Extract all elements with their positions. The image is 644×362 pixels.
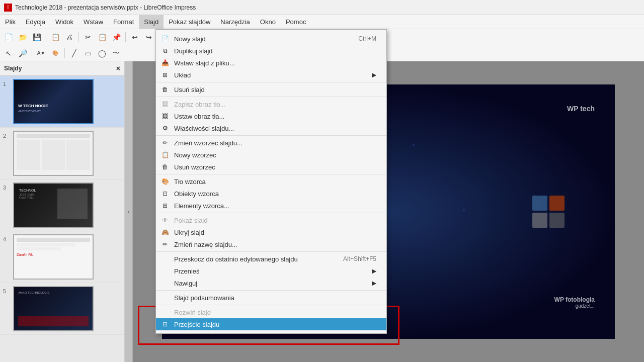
wstaw-label: Wstaw slajd z pliku... <box>174 59 235 67</box>
save-button[interactable]: 💾 <box>30 31 43 44</box>
uklad-arrow: ▶ <box>372 71 376 78</box>
app-icon: I <box>4 4 12 12</box>
menu-plik[interactable]: Plik <box>0 15 21 29</box>
rozwins-label: Rozwiń slajd <box>174 309 211 316</box>
slide-item-2[interactable]: 2 <box>0 128 124 179</box>
menu-bar: Plik Edycja Widok Wstaw Format Slajd Pok… <box>0 15 644 29</box>
zmien-wzorzec-label: Zmień wzorzec slajdu... <box>174 139 243 147</box>
slide-item-3[interactable]: 3 TECHNOL JEST SMA OWA TRE... <box>0 179 124 231</box>
curve-tool[interactable]: 〜 <box>110 47 123 60</box>
nawiguj-arrow: ▶ <box>372 280 376 287</box>
menu-edycja[interactable]: Edycja <box>21 15 50 29</box>
menu-section-7: Przeskocz do ostatnio edytowanego slajdu… <box>156 252 386 291</box>
menu-zmien-wzorzec[interactable]: ✏ Zmień wzorzec slajdu... <box>156 137 386 149</box>
paste-button[interactable]: 📌 <box>110 31 123 44</box>
slide-item-5[interactable]: 5 ANNO TECHNOLOGIE <box>0 283 124 335</box>
menu-zapisz-obraz: 🖼 Zapisz obraz tła... <box>156 98 386 110</box>
fill-color-btn[interactable]: 🎨 <box>49 47 62 60</box>
menu-zmien-nazwe[interactable]: ✏ Zmień nazwę slajdu... <box>156 238 386 250</box>
panel-collapse-button[interactable]: ‹ <box>125 61 133 362</box>
menu-slajd-podsumowania[interactable]: Slajd podsumowania <box>156 292 386 304</box>
przenies-label: Przenieś <box>174 267 200 275</box>
slide-item-4[interactable]: 4 Zamfin RU <box>0 231 124 283</box>
menu-obiekty-wzorca[interactable]: ⊡ Obiekty wzorca <box>156 188 386 200</box>
rect-tool[interactable]: ▭ <box>82 47 95 60</box>
ustaw-obraz-label: Ustaw obraz tła... <box>174 113 224 120</box>
menu-wstaw-slajd[interactable]: 📥 Wstaw slajd z pliku... <box>156 57 386 69</box>
menu-pomoc[interactable]: Pomoc <box>281 15 311 29</box>
menu-wstaw[interactable]: Wstaw <box>78 15 108 29</box>
nowy-wzorzec-icon: 📋 <box>160 150 170 160</box>
przenies-arrow: ▶ <box>372 267 376 275</box>
slides-panel[interactable]: Slajdy × 1 W TECH NOGIE AFZYCZYWAMY 2 <box>0 61 125 362</box>
undo-button[interactable]: ↩ <box>128 31 141 44</box>
slide-number-1: 1 <box>3 81 10 87</box>
menu-narzedzia[interactable]: Narzędzia <box>215 15 255 29</box>
redo-button[interactable]: ↪ <box>142 31 155 44</box>
menu-section-2: 🗑 Usuń slajd <box>156 82 386 97</box>
menu-uklad[interactable]: ⊞ Układ ▶ <box>156 69 386 81</box>
menu-ukryj-slajd[interactable]: 🙈 Ukryj slajd <box>156 226 386 238</box>
sep7 <box>64 48 65 58</box>
wlasciwosci-label: Właściwości slajdu... <box>174 125 234 132</box>
zoom-tool[interactable]: 🔎 <box>16 47 29 60</box>
slide-number-5: 5 <box>3 288 10 294</box>
slide-thumb-2 <box>13 131 94 176</box>
menu-nowy-slajd[interactable]: 📄 Nowy slajd Ctrl+M <box>156 33 386 45</box>
open-button[interactable]: 📁 <box>16 31 29 44</box>
menu-widok[interactable]: Widok <box>50 15 78 29</box>
slide-thumb-1: W TECH NOGIE AFZYCZYWAMY <box>13 79 94 124</box>
cut-button[interactable]: ✂ <box>82 31 95 44</box>
ellipse-tool[interactable]: ◯ <box>96 47 109 60</box>
menu-przenies[interactable]: Przenieś ▶ <box>156 265 386 277</box>
slajd-dropdown-menu: 📄 Nowy slajd Ctrl+M ⧉ Duplikuj slajd 📥 W… <box>155 29 387 334</box>
new-button[interactable]: 📄 <box>2 31 15 44</box>
select-tool[interactable]: ↖ <box>2 47 15 60</box>
ukryj-icon: 🙈 <box>160 227 170 237</box>
nowy-slajd-icon: 📄 <box>160 34 170 44</box>
title-bar: I Technologie 2018 - prezentacja serwisó… <box>0 0 644 15</box>
ustaw-obraz-icon: 🖼 <box>160 111 170 121</box>
menu-usun-wzorzec[interactable]: 🗑 Usuń wzorzec <box>156 161 386 173</box>
line-color-btn[interactable]: A▼ <box>35 47 48 60</box>
tlo-label: Tło wzorca <box>174 178 206 186</box>
uklad-icon: ⊞ <box>160 70 170 80</box>
slide-number-3: 3 <box>3 185 10 191</box>
usun-icon: 🗑 <box>160 84 170 95</box>
menu-elementy-wzorca[interactable]: ⊞ Elementy wzorca... <box>156 200 386 212</box>
slides-panel-close[interactable]: × <box>116 64 120 72</box>
usun-wzorzec-label: Usuń wzorzec <box>174 163 215 171</box>
menu-pokaz-slajd: 👁 Pokaż slajd <box>156 214 386 226</box>
menu-wlasciwosci[interactable]: ⚙ Właściwości slajdu... <box>156 122 386 134</box>
nowy-slajd-shortcut: Ctrl+M <box>358 35 376 42</box>
wlasciwosci-icon: ⚙ <box>160 123 170 133</box>
copy-button[interactable]: 📋 <box>96 31 109 44</box>
window-title: Technologie 2018 - prezentacja serwisów.… <box>15 4 196 11</box>
menu-okno[interactable]: Okno <box>255 15 281 29</box>
slide-thumb-4: Zamfin RU <box>13 234 94 280</box>
zmien-wzorzec-icon: ✏ <box>160 138 170 148</box>
menu-ustaw-obraz[interactable]: 🖼 Ustaw obraz tła... <box>156 110 386 122</box>
menu-rozwins-slajd: Rozwiń slajd <box>156 306 386 318</box>
menu-nawiguj[interactable]: Nawiguj ▶ <box>156 277 386 289</box>
zmien-nazwe-label: Zmień nazwę slajdu... <box>174 241 237 248</box>
menu-przejscie-slajdu[interactable]: ⊡ Przejście slajdu <box>156 318 386 330</box>
line-tool[interactable]: ╱ <box>67 47 80 60</box>
duplikuj-label: Duplikuj slajd <box>174 47 213 55</box>
print-button[interactable]: 🖨 <box>63 31 76 44</box>
duplikuj-icon: ⧉ <box>160 46 170 56</box>
menu-section-6: 👁 Pokaż slajd 🙈 Ukryj slajd ✏ Zmień nazw… <box>156 213 386 252</box>
slide-item-1[interactable]: 1 W TECH NOGIE AFZYCZYWAMY <box>0 76 124 128</box>
slides-panel-title: Slajdy <box>4 65 22 72</box>
menu-duplikuj-slajd[interactable]: ⧉ Duplikuj slajd <box>156 45 386 57</box>
nowy-slajd-label: Nowy slajd <box>174 35 206 43</box>
menu-slajd[interactable]: Slajd <box>139 15 164 29</box>
menu-usun-slajd[interactable]: 🗑 Usuń slajd <box>156 83 386 96</box>
menu-pokaz[interactable]: Pokaz slajdów <box>164 15 215 29</box>
menu-tlo-wzorca[interactable]: 🎨 Tło wzorca <box>156 175 386 188</box>
nawiguj-label: Nawiguj <box>174 280 197 287</box>
menu-format[interactable]: Format <box>108 15 139 29</box>
export-pdf-button[interactable]: 📋 <box>49 31 62 44</box>
menu-nowy-wzorzec[interactable]: 📋 Nowy wzorzec <box>156 149 386 161</box>
menu-przeskocz[interactable]: Przeskocz do ostatnio edytowanego slajdu… <box>156 253 386 265</box>
